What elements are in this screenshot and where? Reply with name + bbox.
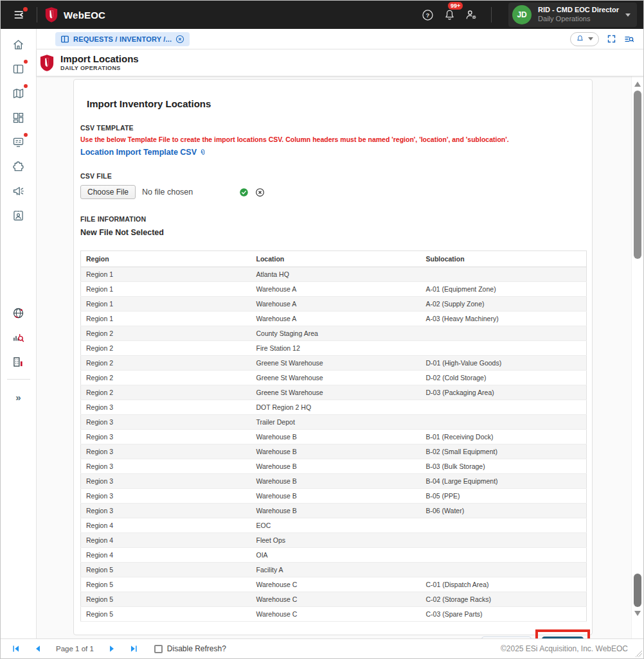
resize-handle[interactable] bbox=[636, 651, 642, 657]
table-cell: Greene St Warehouse bbox=[251, 371, 421, 385]
table-cell: Region 4 bbox=[81, 518, 251, 533]
tab-bar-actions bbox=[570, 32, 634, 46]
sidebar-item-maps[interactable] bbox=[6, 81, 31, 105]
alerts-caret-icon bbox=[588, 37, 593, 40]
page-title: Import Locations bbox=[60, 53, 139, 65]
table-cell: Region 2 bbox=[81, 371, 251, 385]
file-information-value: New File Not Selected bbox=[80, 228, 586, 237]
table-cell: Warehouse A bbox=[251, 297, 421, 312]
user-admin-button[interactable] bbox=[461, 5, 481, 24]
table-body: Region 1Atlanta HQRegion 1Warehouse AA-0… bbox=[81, 267, 587, 622]
table-cell: Warehouse C bbox=[251, 592, 421, 607]
table-cell: A-03 (Heavy Machinery) bbox=[421, 312, 587, 326]
alerts-dropdown-button[interactable] bbox=[570, 32, 599, 46]
table-cell bbox=[421, 518, 587, 533]
fullscreen-icon[interactable] bbox=[607, 34, 616, 44]
table-cell: Region 5 bbox=[81, 577, 251, 592]
user-incident: Daily Operations bbox=[538, 15, 619, 24]
template-csv-link[interactable]: Location Import Template CSV bbox=[80, 148, 586, 157]
header-divider bbox=[37, 7, 37, 22]
first-page-button[interactable] bbox=[10, 642, 22, 655]
notifications-button[interactable]: 99+ bbox=[440, 5, 459, 24]
search-records-icon[interactable] bbox=[624, 34, 634, 44]
clear-file-icon[interactable] bbox=[255, 188, 265, 197]
scrollbar-thumb-inner[interactable] bbox=[634, 574, 641, 607]
table-row: Region 3Warehouse BB-02 (Small Equipment… bbox=[81, 444, 587, 459]
table-cell bbox=[421, 548, 587, 563]
table-row: Region 2Greene St WarehouseD-03 (Packagi… bbox=[81, 385, 587, 400]
table-cell: Warehouse B bbox=[251, 504, 421, 518]
first-page-icon bbox=[12, 644, 21, 653]
scroll-down-arrow[interactable] bbox=[634, 611, 641, 616]
building-chart-icon bbox=[12, 355, 25, 369]
user-menu[interactable]: JD RID - CMD EOC Director Daily Operatio… bbox=[508, 3, 637, 27]
choose-file-button[interactable]: Choose File bbox=[80, 185, 136, 199]
table-row: Region 2Fire Station 12 bbox=[81, 341, 587, 356]
sidebar-divider bbox=[7, 379, 30, 380]
csv-template-label: CSV TEMPLATE bbox=[80, 124, 586, 132]
table-row: Region 2Greene St WarehouseD-01 (High-Va… bbox=[81, 356, 587, 371]
puzzle-icon bbox=[12, 160, 25, 173]
disable-refresh-checkbox[interactable] bbox=[154, 645, 163, 653]
megaphone-icon bbox=[12, 184, 25, 198]
sidebar-item-control-panel[interactable] bbox=[6, 130, 31, 154]
table-row: Region 3Warehouse BB-06 (Water) bbox=[81, 504, 587, 518]
template-csv-link-text: Location Import Template CSV bbox=[80, 148, 197, 157]
table-cell: B-06 (Water) bbox=[421, 504, 587, 518]
table-cell: Warehouse B bbox=[251, 474, 421, 489]
webeoc-shield-logo bbox=[45, 6, 58, 23]
table-cell: Region 5 bbox=[81, 592, 251, 607]
sidebar-item-home[interactable] bbox=[6, 32, 31, 57]
menu-toggle-button[interactable] bbox=[10, 5, 29, 24]
main-panel: Import Inventory Locations CSV TEMPLATE … bbox=[37, 76, 643, 639]
sidebar-item-boards[interactable] bbox=[6, 57, 31, 81]
tab-requests-inventory[interactable]: REQUESTS / INVENTORY /... bbox=[55, 32, 190, 46]
locations-table: Region Location Sublocation Region 1Atla… bbox=[80, 250, 587, 622]
vertical-scrollbar[interactable] bbox=[631, 76, 643, 639]
table-header-row: Region Location Sublocation bbox=[81, 251, 587, 267]
scroll-up-arrow[interactable] bbox=[634, 82, 641, 87]
table-cell bbox=[421, 533, 587, 548]
table-row: Region 5Facility A bbox=[81, 563, 587, 577]
menu-notification-dot bbox=[23, 7, 28, 12]
left-sidebar: » bbox=[1, 29, 37, 639]
maps-icon bbox=[12, 87, 25, 100]
sidebar-item-facilities[interactable] bbox=[6, 349, 31, 374]
table-row: Region 5Warehouse CC-01 (Dispatch Area) bbox=[81, 577, 587, 592]
csv-file-label: CSV FILE bbox=[80, 172, 586, 180]
sidebar-expand-button[interactable]: » bbox=[6, 385, 31, 409]
form-actions: CANCEL SAVE bbox=[80, 629, 590, 639]
last-page-button[interactable] bbox=[127, 642, 140, 655]
table-cell: OIA bbox=[251, 548, 421, 563]
sidebar-item-global-view[interactable] bbox=[6, 301, 31, 325]
page-indicator: Page 1 of 1 bbox=[56, 645, 94, 653]
previous-page-button[interactable] bbox=[31, 642, 44, 655]
column-header-sublocation: Sublocation bbox=[421, 251, 587, 267]
sidebar-item-search-analytics[interactable] bbox=[6, 325, 31, 349]
table-cell: D-02 (Cold Storage) bbox=[421, 371, 587, 385]
disable-refresh-label: Disable Refresh? bbox=[167, 644, 226, 653]
table-cell: B-05 (PPE) bbox=[421, 489, 587, 504]
sidebar-item-dashboards[interactable] bbox=[6, 105, 31, 130]
scrollbar-thumb[interactable] bbox=[634, 91, 641, 259]
page-subtitle: DAILY OPERATIONS bbox=[60, 65, 139, 72]
help-button[interactable]: ? bbox=[418, 5, 437, 24]
table-cell bbox=[421, 267, 587, 282]
page-header: Import Locations DAILY OPERATIONS bbox=[37, 49, 643, 76]
table-cell: Atlanta HQ bbox=[251, 267, 421, 282]
sidebar-item-announcements[interactable] bbox=[6, 179, 31, 203]
file-information-label: FILE INFORMATION bbox=[80, 215, 586, 223]
table-cell bbox=[421, 400, 587, 415]
table-row: Region 3Warehouse BB-05 (PPE) bbox=[81, 489, 587, 504]
user-settings-icon bbox=[465, 8, 478, 21]
table-cell: C-03 (Spare Parts) bbox=[421, 607, 587, 622]
dashboards-icon bbox=[12, 111, 25, 125]
tab-close-icon[interactable] bbox=[175, 35, 184, 44]
table-row: Region 5Warehouse CC-02 (Storage Racks) bbox=[81, 592, 587, 607]
next-page-button[interactable] bbox=[105, 642, 118, 655]
sidebar-item-plugins[interactable] bbox=[6, 154, 31, 179]
table-cell: County Staging Area bbox=[251, 326, 421, 341]
table-cell: Warehouse C bbox=[251, 577, 421, 592]
table-cell: C-02 (Storage Racks) bbox=[421, 592, 587, 607]
sidebar-item-contacts[interactable] bbox=[6, 203, 31, 227]
